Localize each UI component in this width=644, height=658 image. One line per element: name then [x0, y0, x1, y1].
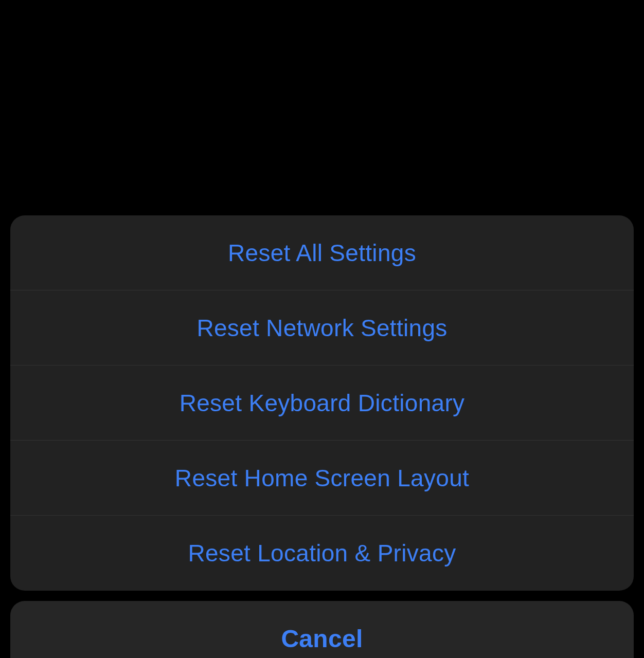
action-sheet: Reset All Settings Reset Network Setting…	[10, 215, 634, 591]
action-label: Reset Home Screen Layout	[175, 464, 469, 492]
cancel-label: Cancel	[281, 625, 363, 653]
action-label: Reset Network Settings	[196, 314, 447, 342]
action-label: Reset Keyboard Dictionary	[180, 389, 465, 417]
cancel-button[interactable]: Cancel	[10, 601, 634, 658]
action-label: Reset Location & Privacy	[188, 539, 456, 567]
reset-all-settings-button[interactable]: Reset All Settings	[10, 215, 634, 290]
reset-keyboard-dictionary-button[interactable]: Reset Keyboard Dictionary	[10, 365, 634, 441]
reset-home-screen-layout-button[interactable]: Reset Home Screen Layout	[10, 441, 634, 516]
reset-location-privacy-button[interactable]: Reset Location & Privacy	[10, 516, 634, 591]
action-label: Reset All Settings	[228, 239, 416, 267]
reset-network-settings-button[interactable]: Reset Network Settings	[10, 290, 634, 365]
